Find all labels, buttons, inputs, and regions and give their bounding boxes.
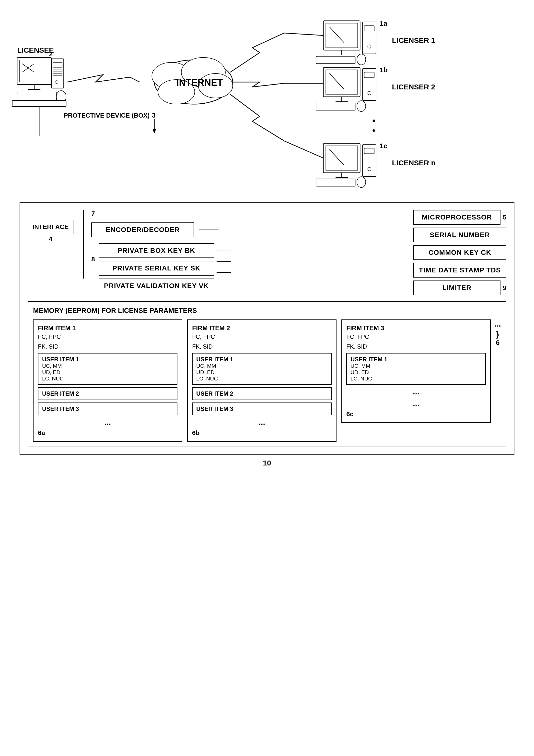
time-date-stamp-box: TIME DATE STAMP TDS [413, 263, 506, 278]
user-item-1-box-col2: USER ITEM 1 UC, MM UD, ED LC, NUC [192, 353, 332, 385]
svg-text:•: • [372, 116, 375, 125]
svg-text:INTERNET: INTERNET [176, 77, 223, 88]
svg-text:1b: 1b [380, 66, 388, 74]
right-side-refs: ... } 6 [491, 319, 501, 347]
svg-rect-49 [326, 146, 358, 170]
svg-text:2: 2 [49, 50, 53, 58]
svg-text:1a: 1a [380, 20, 387, 27]
svg-text:LICENSEE: LICENSEE [17, 46, 54, 54]
firm-item-2-params1: FC, FPC [192, 334, 332, 340]
svg-text:1c: 1c [380, 142, 387, 150]
firm-item-3-params2: FK, SID [346, 343, 486, 350]
encoder-decoder-box: ENCODER/DECODER [91, 223, 194, 237]
dots-col1: ... [38, 418, 177, 427]
memory-col-6b: FIRM ITEM 2 FC, FPC FK, SID USER ITEM 1 … [187, 319, 337, 442]
serial-number-box: SERIAL NUMBER [413, 228, 506, 242]
common-key-label: COMMON KEY CK [428, 249, 492, 256]
svg-text:LICENSER 1: LICENSER 1 [392, 36, 435, 44]
ref-6b: 6b [192, 429, 199, 437]
firm-item-3-title: FIRM ITEM 3 [346, 324, 486, 332]
svg-rect-23 [326, 23, 358, 48]
svg-rect-27 [316, 56, 355, 64]
firm-item-3-params1: FC, FPC [346, 334, 486, 340]
limiter-label: LIMITER [442, 284, 471, 291]
ref8-label: 8 [91, 256, 95, 263]
svg-point-40 [357, 101, 366, 112]
dots2-col3: ... [346, 399, 486, 408]
svg-rect-56 [364, 148, 374, 153]
svg-rect-6 [17, 92, 56, 100]
ref-6a: 6a [38, 429, 45, 437]
microprocessor-box: MICROPROCESSOR [413, 210, 500, 225]
limiter-num: 9 [503, 284, 506, 292]
serial-number-label: SERIAL NUMBER [430, 231, 490, 239]
page: LICENSEE 2 INTERNET 1a LICENSE [0, 0, 534, 756]
svg-text:3: 3 [152, 112, 156, 119]
firm-item-2-title: FIRM ITEM 2 [192, 324, 332, 332]
limiter-box: LIMITER [413, 281, 500, 295]
user-item-2-col2: USER ITEM 2 [192, 387, 332, 400]
svg-point-54 [357, 176, 366, 187]
protective-device-box: INTERFACE 4 7 ENCODER/DECODER [20, 202, 514, 455]
svg-text:PROTECTIVE DEVICE (BOX): PROTECTIVE DEVICE (BOX) [64, 112, 149, 119]
microprocessor-num: 5 [503, 214, 506, 221]
private-box-key-box: PRIVATE BOX KEY BK [99, 243, 214, 258]
svg-point-10 [55, 81, 58, 84]
ref-6c: 6c [346, 410, 353, 418]
svg-rect-42 [364, 72, 374, 78]
svg-rect-53 [316, 179, 355, 186]
memory-col-6a: FIRM ITEM 1 FC, FPC FK, SID USER ITEM 1 … [33, 319, 182, 442]
interface-num: 4 [49, 235, 52, 243]
interface-box: INTERFACE [28, 220, 73, 234]
svg-rect-35 [326, 70, 358, 94]
svg-marker-63 [152, 129, 156, 133]
svg-rect-12 [53, 73, 62, 75]
svg-text:LICENSER n: LICENSER n [392, 159, 435, 167]
dots-col2: ... [192, 418, 332, 427]
private-validation-key-box: PRIVATE VALIDATION KEY VK [99, 279, 214, 293]
microprocessor-label: MICROPROCESSOR [422, 213, 492, 221]
common-key-box: COMMON KEY CK [413, 245, 506, 260]
user-item-3-col2: USER ITEM 3 [192, 402, 332, 415]
svg-text:•: • [372, 126, 375, 135]
svg-point-28 [357, 54, 366, 65]
memory-col-6c: FIRM ITEM 3 FC, FPC FK, SID USER ITEM 1 … [342, 319, 491, 423]
firm-item-2-params2: FK, SID [192, 343, 332, 350]
interface-label: INTERFACE [33, 223, 68, 230]
private-validation-key-label: PRIVATE VALIDATION KEY VK [104, 282, 209, 289]
svg-rect-30 [364, 26, 374, 31]
firm-item-1-params1: FC, FPC [38, 334, 177, 340]
svg-point-31 [368, 45, 371, 48]
svg-rect-15 [12, 100, 66, 107]
svg-point-57 [368, 167, 371, 171]
user-item-2-col1: USER ITEM 2 [38, 387, 177, 400]
private-serial-key-label: PRIVATE SERIAL KEY SK [112, 264, 200, 272]
time-date-stamp-label: TIME DATE STAMP TDS [419, 266, 501, 274]
svg-point-43 [368, 92, 371, 95]
ref6-label: 6 [496, 339, 500, 346]
user-item-1-box-col1: USER ITEM 1 UC, MM UD, ED LC, NUC [38, 353, 177, 385]
private-serial-key-box: PRIVATE SERIAL KEY SK [99, 261, 214, 276]
encoder-decoder-label: ENCODER/DECODER [106, 226, 180, 233]
ref7-label: 7 [91, 210, 95, 217]
user-item-3-col1: USER ITEM 3 [38, 402, 177, 415]
firm-item-1-title: FIRM ITEM 1 [38, 324, 177, 332]
dots1-col3: ... [346, 387, 486, 396]
svg-text:LICENSER 2: LICENSER 2 [392, 83, 435, 91]
memory-section: MEMORY (EEPROM) FOR LICENSE PARAMETERS F… [28, 301, 506, 447]
svg-rect-11 [53, 70, 62, 72]
private-box-key-label: PRIVATE BOX KEY BK [118, 247, 195, 254]
svg-rect-39 [316, 103, 355, 110]
user-item-1-box-col3: USER ITEM 1 UC, MM UD, ED LC, NUC [346, 353, 486, 385]
firm-item-1-params2: FK, SID [38, 343, 177, 350]
memory-title: MEMORY (EEPROM) FOR LICENSE PARAMETERS [33, 307, 501, 314]
svg-rect-9 [53, 63, 62, 68]
ref10-label: 10 [10, 459, 524, 467]
network-diagram: LICENSEE 2 INTERNET 1a LICENSE [10, 10, 524, 201]
